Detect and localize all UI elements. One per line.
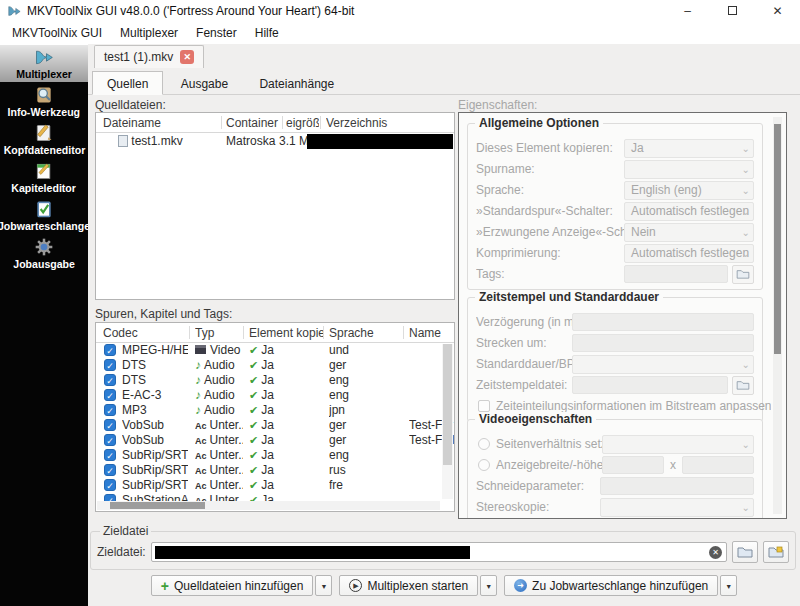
check-icon: ✔: [249, 479, 258, 491]
sidebar-item-kapiteleditor[interactable]: Kapiteleditor: [0, 158, 88, 196]
chevron-down-icon: ⌄: [742, 499, 750, 516]
tracks-horizontal-scrollbar[interactable]: [97, 501, 440, 510]
app-window: MKVToolNix GUI v48.0.0 ('Fortress Around…: [0, 0, 800, 606]
start-multiplexing-button[interactable]: ▶ Multiplexen starten: [339, 575, 478, 596]
destination-input[interactable]: ✕: [151, 542, 727, 562]
aspect-ratio-radio[interactable]: [478, 438, 490, 450]
track-checkbox[interactable]: ✓: [104, 359, 116, 371]
minimize-button[interactable]: –: [665, 0, 710, 22]
chevron-down-icon: ⌄: [742, 161, 750, 178]
close-button[interactable]: ✕: [755, 0, 800, 22]
sidebar-item-jobwarteschlange[interactable]: Jobwarteschlange: [0, 196, 88, 234]
track-row-subtitle[interactable]: ✓ SubRip/SRT AᴄUnter... ✔Ja fre: [96, 478, 454, 493]
stereoscopy-select[interactable]: ⌄: [600, 498, 754, 517]
timestamp-file-browse-button[interactable]: [732, 376, 754, 395]
default-track-select[interactable]: Automatisch festlegen⌄: [624, 202, 754, 221]
chevron-down-icon: ⌄: [742, 436, 750, 453]
properties-scrollbar[interactable]: [773, 117, 782, 514]
track-row-audio[interactable]: ✓ DTS ♪Audio ✔Ja ger: [96, 358, 454, 373]
sidebar-item-jobausgabe[interactable]: Jobausgabe: [0, 234, 88, 272]
destination-browse-button[interactable]: [732, 541, 758, 563]
menu-hilfe[interactable]: Hilfe: [246, 22, 288, 44]
tags-input[interactable]: [624, 265, 728, 283]
track-checkbox[interactable]: ✓: [104, 404, 116, 416]
chevron-down-icon: ⌄: [742, 224, 750, 241]
maximize-button[interactable]: [710, 0, 755, 22]
clear-destination-icon[interactable]: ✕: [709, 546, 722, 559]
tab-dateianhaenge[interactable]: Dateianhänge: [245, 72, 348, 96]
track-checkbox[interactable]: ✓: [104, 449, 116, 461]
col-container[interactable]: Container: [226, 113, 284, 133]
default-duration-label: Standarddauer/BPS:: [476, 357, 572, 371]
display-dimensions-radio[interactable]: [478, 459, 490, 471]
sidebar-item-multiplexer[interactable]: Multiplexer: [0, 44, 88, 82]
check-icon: ✔: [249, 434, 258, 446]
track-row-video[interactable]: ✓ MPEG-H/HE... Video ✔Ja und: [96, 343, 454, 358]
col-codec[interactable]: Codec: [103, 323, 187, 343]
track-checkbox[interactable]: ✓: [104, 344, 116, 356]
menu-mkvtoolnix-gui[interactable]: MKVToolNix GUI: [3, 22, 111, 44]
add-source-files-button[interactable]: + Quelldateien hinzufügen: [151, 575, 314, 596]
sidebar-item-info-werkzeug[interactable]: Info-Werkzeug: [0, 82, 88, 120]
source-file-row[interactable]: test1.mkv Matroska 3.1 MiB: [96, 133, 454, 150]
start-multiplexing-dropdown[interactable]: ▼: [480, 575, 497, 596]
fix-bitstream-checkbox[interactable]: [478, 400, 490, 412]
tab-test1-mkv[interactable]: test1 (1).mkv ✕: [94, 45, 204, 68]
stretch-label: Strecken um:: [476, 336, 572, 350]
track-row-subtitle[interactable]: ✓ VobSub AᴄUnter... ✔Ja ger Test-For: [96, 418, 454, 433]
chevron-down-icon: ⌄: [742, 182, 750, 199]
add-source-files-dropdown[interactable]: ▼: [315, 575, 332, 596]
col-name[interactable]: Name: [409, 323, 443, 343]
default-duration-select[interactable]: ⌄: [572, 355, 754, 374]
track-checkbox[interactable]: ✓: [104, 464, 116, 476]
compression-select[interactable]: Automatisch festlegen⌄: [624, 244, 754, 263]
tab-ausgabe[interactable]: Ausgabe: [167, 72, 242, 96]
track-row-subtitle[interactable]: ✓ SubRip/SRT AᴄUnter... ✔Ja rus: [96, 463, 454, 478]
destination-new-folder-button[interactable]: [763, 541, 789, 563]
redacted-directory: [307, 134, 453, 149]
track-checkbox[interactable]: ✓: [104, 374, 116, 386]
tags-browse-button[interactable]: [732, 265, 754, 284]
track-checkbox[interactable]: ✓: [104, 389, 116, 401]
col-typ[interactable]: Typ: [195, 323, 241, 343]
copy-element-select[interactable]: Ja⌄: [624, 139, 754, 158]
track-row-audio[interactable]: ✓ DTS ♪Audio ✔Ja eng: [96, 373, 454, 388]
track-row-subtitle[interactable]: ✓ SubRip/SRT AᴄUnter... ✔Ja eng: [96, 448, 454, 463]
col-groesse[interactable]: eigröße: [286, 113, 319, 133]
forced-display-label: »Erzwungene Anzeige«-Schalter:: [476, 225, 624, 239]
track-row-audio[interactable]: ✓ MP3 ♪Audio ✔Ja jpn: [96, 403, 454, 418]
add-to-job-queue-button[interactable]: ➜ Zu Jobwarteschlange hinzufügen: [504, 575, 718, 596]
timestamp-file-input[interactable]: [572, 376, 728, 394]
track-row-subtitle[interactable]: ✓ VobSub AᴄUnter... ✔Ja ger Test-Full: [96, 433, 454, 448]
forced-display-select[interactable]: Nein⌄: [624, 223, 754, 242]
track-name-select[interactable]: ⌄: [624, 160, 754, 179]
display-height-input[interactable]: [682, 456, 754, 474]
col-element-kopieren[interactable]: Element kopieren: [249, 323, 323, 343]
tracks-vertical-scrollbar[interactable]: [442, 344, 453, 499]
track-checkbox[interactable]: ✓: [104, 419, 116, 431]
menu-multiplexer[interactable]: Multiplexer: [111, 22, 187, 44]
delay-input[interactable]: [572, 313, 754, 331]
col-sprache[interactable]: Sprache: [329, 323, 401, 343]
action-buttons: + Quelldateien hinzufügen ▼ ▶ Multiplexe…: [88, 575, 800, 596]
track-row-audio[interactable]: ✓ E-AC-3 ♪Audio ✔Ja eng: [96, 388, 454, 403]
tab-close-icon[interactable]: ✕: [180, 50, 194, 64]
add-to-job-queue-dropdown[interactable]: ▼: [720, 575, 737, 596]
stretch-input[interactable]: [572, 334, 754, 352]
aspect-ratio-select[interactable]: ⌄: [602, 435, 754, 454]
language-select[interactable]: English (eng)⌄: [624, 181, 754, 200]
tab-quellen[interactable]: Quellen: [92, 71, 163, 95]
check-icon: ✔: [249, 344, 258, 356]
col-dateiname[interactable]: Dateiname: [103, 113, 218, 133]
display-dimensions-label: Anzeigebreite/-höhe:: [496, 458, 602, 472]
window-title: MKVToolNix GUI v48.0.0 ('Fortress Around…: [27, 4, 354, 18]
sidebar-item-kopfdateneditor[interactable]: Kopfdateneditor: [0, 120, 88, 158]
track-checkbox[interactable]: ✓: [104, 479, 116, 491]
track-checkbox[interactable]: ✓: [104, 434, 116, 446]
display-width-input[interactable]: [602, 456, 664, 474]
cropping-input[interactable]: [600, 477, 754, 495]
tab-label: test1 (1).mkv: [104, 50, 173, 64]
subtitle-icon: Aᴄ: [195, 466, 207, 476]
col-verzeichnis[interactable]: Verzeichnis: [326, 113, 446, 133]
menu-fenster[interactable]: Fenster: [187, 22, 246, 44]
